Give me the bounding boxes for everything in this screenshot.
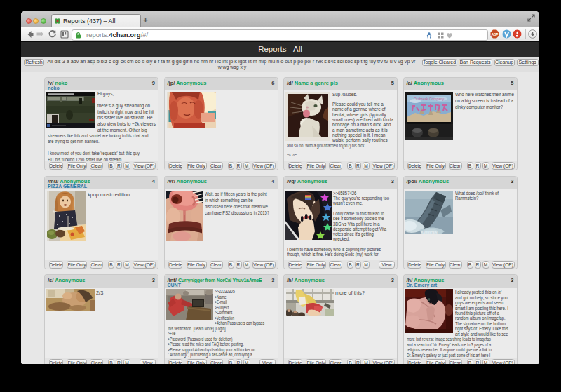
svg-text:ABP: ABP: [492, 33, 499, 36]
svg-text:RAMMSTEIN: RAMMSTEIN: [421, 231, 437, 234]
svg-text:Outbreak Company: Outbreak Company: [414, 97, 445, 101]
